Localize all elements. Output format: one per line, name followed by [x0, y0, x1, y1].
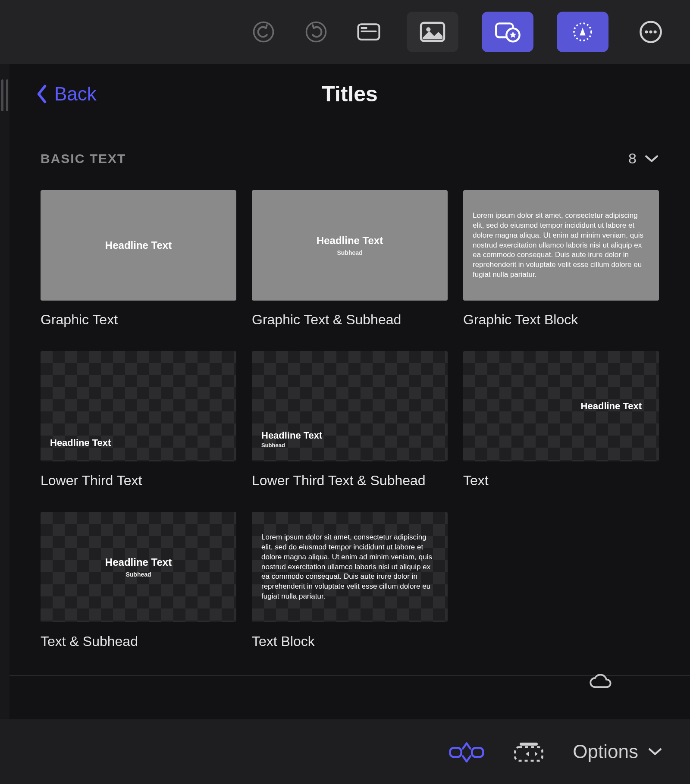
captions-button[interactable] [354, 17, 383, 47]
titles-icon [494, 21, 521, 43]
redo-icon [304, 20, 328, 44]
title-thumbnail: Headline Text [41, 351, 236, 461]
panel-header: Back Titles [9, 64, 690, 124]
more-button[interactable] [636, 17, 665, 47]
title-tile-label: Text [463, 473, 659, 489]
more-ellipsis-icon [639, 20, 662, 44]
title-thumbnail: Headline Text [41, 190, 236, 301]
panel-title: Titles [322, 82, 378, 107]
shape-dotted-icon [569, 21, 596, 43]
titles-grid: Headline TextGraphic TextHeadline TextSu… [9, 171, 690, 676]
title-tile-label: Lower Third Text [41, 473, 236, 489]
svg-rect-21 [520, 743, 538, 746]
bottom-toolbar: Options [0, 719, 690, 784]
shapes-browser-button[interactable] [557, 12, 608, 52]
thumb-subhead: Subhead [125, 571, 151, 578]
thumb-headline: Headline Text [581, 401, 642, 412]
titles-browser-button[interactable] [482, 12, 533, 52]
thumb-lorem: Lorem ipsum dolor sit amet, consectetur … [252, 528, 448, 606]
svg-point-1 [307, 22, 326, 42]
next-section-peek [9, 676, 690, 693]
title-tile[interactable]: Headline TextGraphic Text [41, 190, 236, 328]
insert-clip-icon [511, 739, 547, 765]
title-tile[interactable]: Headline TextLower Third Text [41, 351, 236, 489]
title-tile[interactable]: Headline TextSubheadLower Third Text & S… [252, 351, 448, 489]
thumb-headline: Headline Text [317, 235, 383, 247]
title-tile[interactable]: Headline TextText [463, 351, 659, 489]
title-thumbnail: Lorem ipsum dolor sit amet, consectetur … [252, 512, 448, 622]
svg-rect-15 [472, 748, 483, 757]
title-thumbnail: Headline TextSubhead [41, 512, 236, 622]
svg-rect-14 [450, 748, 461, 757]
back-button[interactable]: Back [35, 83, 97, 105]
chevron-down-icon [644, 154, 659, 164]
thumb-subhead: Subhead [261, 442, 285, 448]
redo-button[interactable] [301, 17, 331, 47]
thumb-headline: Headline Text [50, 437, 111, 448]
thumb-subhead: Subhead [337, 249, 362, 256]
title-thumbnail: Lorem ipsum dolor sit amet, consectetur … [463, 190, 659, 301]
svg-point-12 [649, 30, 652, 33]
svg-line-19 [467, 756, 470, 762]
title-tile[interactable]: Lorem ipsum dolor sit amet, consectetur … [252, 512, 448, 649]
top-toolbar [0, 0, 690, 64]
connect-clips-button[interactable] [448, 739, 485, 765]
undo-icon [252, 20, 275, 44]
options-label: Options [573, 741, 638, 762]
title-tile[interactable]: Headline TextSubheadText & Subhead [41, 512, 236, 649]
section-header[interactable]: Basic Text 8 [9, 124, 690, 171]
svg-point-11 [645, 30, 648, 33]
svg-point-13 [654, 30, 657, 33]
svg-line-17 [467, 743, 470, 749]
thumb-lorem: Lorem ipsum dolor sit amet, consectetur … [463, 207, 659, 285]
title-thumbnail: Headline TextSubhead [252, 190, 448, 301]
section-count-toggle[interactable]: 8 [628, 150, 659, 167]
options-button[interactable]: Options [573, 741, 662, 762]
svg-point-6 [426, 27, 430, 31]
section-label: Basic Text [41, 151, 126, 166]
insert-clip-button[interactable] [511, 739, 547, 765]
svg-point-0 [254, 22, 273, 42]
cloud-icon [588, 674, 612, 691]
chevron-left-icon [35, 85, 48, 103]
title-tile-label: Text Block [252, 633, 448, 649]
title-tile-label: Graphic Text & Subhead [252, 312, 448, 328]
thumb-headline: Headline Text [261, 430, 322, 441]
panel-drag-handle[interactable] [0, 64, 9, 719]
thumb-headline: Headline Text [105, 239, 172, 251]
title-tile-label: Lower Third Text & Subhead [252, 473, 448, 489]
image-icon [419, 21, 446, 43]
title-tile-label: Text & Subhead [41, 633, 236, 649]
section-count: 8 [628, 150, 637, 167]
title-tile[interactable]: Headline TextSubheadGraphic Text & Subhe… [252, 190, 448, 328]
connect-clips-icon [448, 739, 485, 765]
thumb-headline: Headline Text [105, 556, 172, 568]
title-tile-label: Graphic Text [41, 312, 236, 328]
title-tile[interactable]: Lorem ipsum dolor sit amet, consectetur … [463, 190, 659, 328]
undo-button[interactable] [249, 17, 278, 47]
image-overlay-button[interactable] [407, 12, 458, 52]
chevron-down-icon [648, 746, 662, 757]
captions-icon [357, 20, 380, 44]
back-label: Back [54, 83, 97, 105]
title-thumbnail: Headline TextSubhead [252, 351, 448, 461]
svg-rect-3 [361, 27, 367, 29]
title-thumbnail: Headline Text [463, 351, 659, 461]
title-tile-label: Graphic Text Block [463, 312, 659, 328]
browser-panel: Back Titles Basic Text 8 Headline TextGr… [0, 64, 690, 719]
svg-rect-4 [361, 31, 376, 32]
